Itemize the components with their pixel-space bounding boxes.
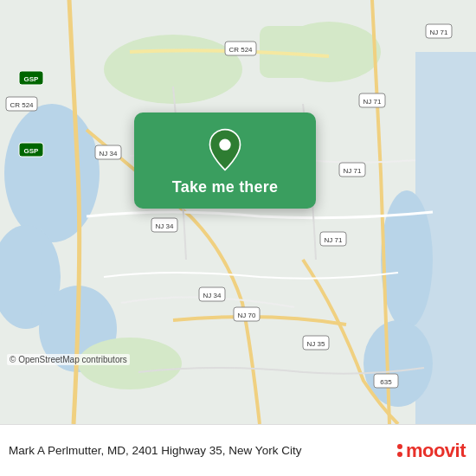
moovit-dot-1	[397, 444, 402, 449]
svg-text:NJ 71: NJ 71	[430, 29, 448, 36]
svg-text:NJ 34: NJ 34	[203, 292, 222, 299]
svg-text:635: 635	[380, 378, 392, 386]
svg-text:NJ 70: NJ 70	[238, 312, 256, 319]
svg-text:CR 524: CR 524	[228, 46, 253, 54]
moovit-dots-icon	[397, 444, 402, 457]
take-me-there-button[interactable]: Take me there	[134, 113, 316, 209]
copyright-text: © OpenStreetMap contributors	[7, 354, 130, 365]
svg-point-1	[4, 104, 100, 242]
map-container: GSP GSP CR 524 CR 524 NJ 34 NJ 34 NJ 34 …	[0, 0, 476, 424]
take-me-there-label: Take me there	[172, 178, 278, 196]
address-text: Mark A Perlmutter, MD, 2401 Highway 35, …	[9, 443, 389, 459]
bottom-bar: Mark A Perlmutter, MD, 2401 Highway 35, …	[0, 424, 476, 476]
svg-text:NJ 71: NJ 71	[344, 167, 362, 175]
svg-point-5	[381, 190, 433, 329]
svg-text:NJ 35: NJ 35	[307, 340, 325, 348]
svg-text:NJ 34: NJ 34	[100, 150, 118, 158]
svg-text:CR 524: CR 524	[10, 101, 34, 109]
svg-text:GSP: GSP	[24, 75, 40, 83]
svg-text:GSP: GSP	[24, 147, 40, 155]
svg-text:NJ 34: NJ 34	[156, 222, 174, 230]
moovit-logo: moovit	[397, 440, 466, 462]
svg-point-39	[219, 139, 230, 151]
moovit-dot-2	[397, 452, 402, 457]
location-pin-icon	[203, 128, 247, 171]
moovit-wordmark: moovit	[406, 440, 466, 462]
svg-text:NJ 71: NJ 71	[325, 236, 343, 244]
svg-text:NJ 71: NJ 71	[363, 98, 382, 106]
